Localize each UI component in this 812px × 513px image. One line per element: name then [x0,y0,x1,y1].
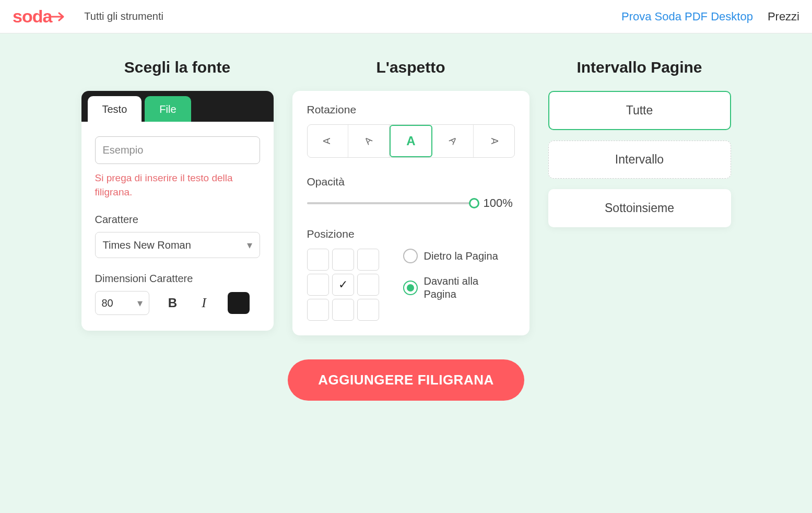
rotation-option-1[interactable]: A [348,125,390,157]
tab-file[interactable]: File [145,96,191,122]
range-title: Intervallo Pagine [548,59,731,76]
watermark-error-message: Si prega di inserire il testo della fili… [95,171,260,199]
letter-rotated-icon: A [488,135,500,147]
header-left: soda Tutti gli strumenti [13,6,163,27]
radio-front-label: Davanti alla Pagina [424,275,502,301]
range-card: Tutte Intervallo Sottoinsieme [548,91,731,227]
prices-link[interactable]: Prezzi [768,10,799,24]
font-select[interactable]: Times New Roman ▾ [95,232,260,258]
opacity-value: 100% [484,196,515,210]
font-size-select[interactable]: 80 ▾ [95,291,149,315]
app-header: soda Tutti gli strumenti Prova Soda PDF … [0,0,812,33]
position-cell-3[interactable] [307,274,329,296]
add-watermark-button[interactable]: AGGIUNGERE FILIGRANA [288,359,524,401]
letter-rotated-icon: A [447,135,458,147]
main-panel: Scegli la fonte Testo File Si prega di i… [0,33,812,513]
source-card: Testo File Si prega di inserire il testo… [81,91,274,331]
letter-rotated-icon: A [322,135,333,147]
italic-button[interactable]: I [196,295,212,311]
position-cell-6[interactable] [307,299,329,321]
bold-button[interactable]: B [165,296,181,310]
cta-row: AGGIUNGERE FILIGRANA [0,359,812,401]
radio-dot-icon [407,284,414,292]
rotation-option-2[interactable]: A [390,125,432,157]
svg-text:A: A [363,135,374,147]
layer-radio-group: Dietro la Pagina Davanti alla Pagina [403,249,502,301]
radio-behind-label: Dietro la Pagina [424,250,498,263]
range-option-all[interactable]: Tutte [548,91,731,130]
chevron-down-icon: ▾ [137,297,143,309]
range-option-interval[interactable]: Intervallo [548,141,731,179]
position-cell-7[interactable] [332,299,354,321]
position-cell-5[interactable] [357,274,379,296]
slider-thumb-icon[interactable] [469,198,479,208]
radio-behind-page[interactable]: Dietro la Pagina [403,249,502,263]
source-tab-body: Si prega di inserire il testo della fili… [81,122,274,331]
svg-text:A: A [489,138,500,144]
opacity-label: Opacità [307,176,515,188]
position-cell-2[interactable] [357,249,379,271]
position-grid: ✓ [307,249,379,321]
radio-icon [403,281,418,295]
position-cell-0[interactable] [307,249,329,271]
chevron-down-icon: ▾ [247,239,252,251]
range-column: Intervallo Pagine Tutte Intervallo Sotto… [548,59,731,335]
all-tools-link[interactable]: Tutti gli strumenti [84,10,163,22]
appearance-column: L'aspetto Rotazione A A A A A [292,59,529,335]
radio-icon [403,249,418,263]
opacity-slider[interactable] [307,202,474,204]
position-cell-1[interactable] [332,249,354,271]
svg-text:A: A [322,138,332,144]
rotation-label: Rotazione [307,103,515,116]
tab-text[interactable]: Testo [88,96,142,122]
arrow-right-icon [51,11,65,22]
logo-text: soda [13,6,52,27]
svg-text:A: A [447,135,458,147]
header-right: Prova Soda PDF Desktop Prezzi [621,10,799,24]
letter-rotated-icon: A [363,135,374,147]
color-swatch[interactable] [228,292,250,314]
watermark-text-input[interactable] [95,136,260,164]
radio-front-page[interactable]: Davanti alla Pagina [403,275,502,301]
rotation-option-4[interactable]: A [474,125,514,157]
position-cell-8[interactable] [357,299,379,321]
position-cell-4[interactable]: ✓ [332,274,354,296]
range-option-subset[interactable]: Sottoinsieme [548,189,731,227]
source-tabbar: Testo File [81,91,274,122]
rotation-option-3[interactable]: A [432,125,474,157]
try-desktop-link[interactable]: Prova Soda PDF Desktop [621,10,753,24]
source-column: Scegli la fonte Testo File Si prega di i… [81,59,274,335]
font-label: Carattere [95,214,260,226]
rotation-group: A A A A A [307,124,515,158]
font-size-value: 80 [102,297,113,309]
source-title: Scegli la fonte [81,59,274,76]
size-label: Dimensioni Carattere [95,273,260,285]
rotation-option-0[interactable]: A [308,125,349,157]
font-value: Times New Roman [103,239,191,251]
logo[interactable]: soda [13,6,65,27]
appearance-card: Rotazione A A A A A Opacità [292,91,529,335]
appearance-title: L'aspetto [292,59,529,76]
position-label: Posizione [307,228,515,240]
